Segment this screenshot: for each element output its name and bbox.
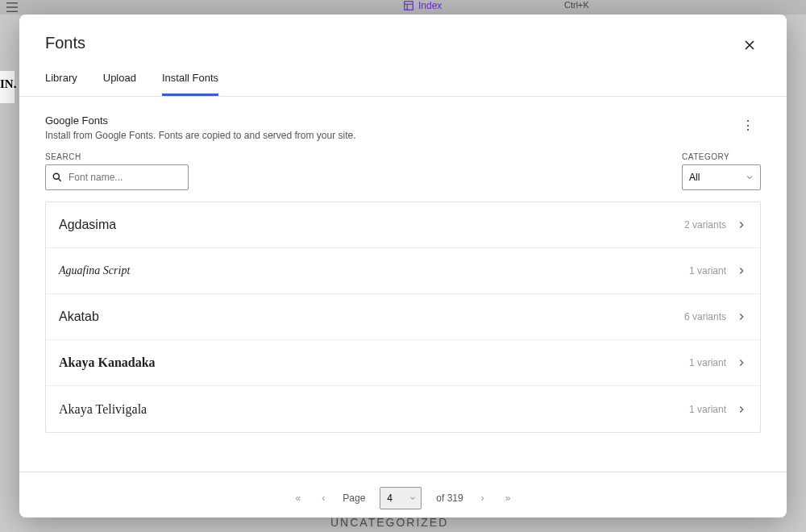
chevron-right-icon <box>736 404 747 415</box>
modal-title: Fonts <box>45 34 85 52</box>
font-list: Agdasima 2 variants Aguafina Script 1 va… <box>45 202 761 433</box>
tab-upload[interactable]: Upload <box>103 65 136 96</box>
font-name: Akaya Kanadaka <box>59 355 156 370</box>
variants-count: 1 variant <box>689 357 726 368</box>
variants-count: 2 variants <box>684 219 726 231</box>
tab-library[interactable]: Library <box>45 65 77 96</box>
font-name: Akaya Telivigala <box>59 402 147 417</box>
close-button[interactable] <box>738 34 761 59</box>
variants-count: 6 variants <box>684 311 726 322</box>
search-label: SEARCH <box>45 152 189 161</box>
fonts-modal: Fonts Library Upload Install Fonts Googl… <box>19 15 787 517</box>
font-name: Akatab <box>59 310 99 324</box>
svg-point-3 <box>53 173 59 179</box>
pager-of-label: of 319 <box>436 493 463 504</box>
font-row[interactable]: Aguafina Script 1 variant <box>46 248 760 294</box>
svg-rect-0 <box>405 2 413 10</box>
chevron-right-icon <box>736 357 747 368</box>
category-label: CATEGORY <box>682 152 761 161</box>
font-name: Agdasima <box>59 218 116 232</box>
search-input[interactable] <box>45 164 189 190</box>
chevron-right-icon <box>736 265 747 276</box>
provider-menu-button[interactable]: ⋮ <box>735 114 761 136</box>
pager: « ‹ Page 4 of 319 › » <box>19 472 787 517</box>
pager-page-label: Page <box>343 493 365 504</box>
font-row[interactable]: Agdasima 2 variants <box>46 202 760 248</box>
provider-block: Google Fonts Install from Google Fonts. … <box>45 114 356 141</box>
bg-left-fragment: IN. <box>0 71 15 103</box>
variants-count: 1 variant <box>689 265 726 276</box>
font-name: Aguafina Script <box>59 264 130 277</box>
provider-title: Google Fonts <box>45 114 356 127</box>
variants-count: 1 variant <box>689 404 726 415</box>
font-row[interactable]: Akaya Kanadaka 1 variant <box>46 340 760 386</box>
pager-next[interactable]: › <box>478 489 488 507</box>
close-icon <box>742 37 758 53</box>
category-select[interactable]: All <box>682 164 761 190</box>
tabs: Library Upload Install Fonts <box>19 65 787 97</box>
pager-prev[interactable]: ‹ <box>318 489 328 507</box>
pager-page-select[interactable]: 4 <box>380 487 422 509</box>
chevron-right-icon <box>736 219 747 231</box>
chevron-right-icon <box>736 311 747 322</box>
kebab-icon: ⋮ <box>742 118 754 132</box>
pager-last[interactable]: » <box>502 489 514 507</box>
pager-first[interactable]: « <box>293 489 305 507</box>
font-row[interactable]: Akaya Telivigala 1 variant <box>46 386 760 432</box>
bg-uncategorized: UNCATEGORIZED <box>330 516 448 529</box>
search-icon <box>52 172 63 183</box>
provider-desc: Install from Google Fonts. Fonts are cop… <box>45 130 356 141</box>
tab-install-fonts[interactable]: Install Fonts <box>162 65 218 96</box>
font-row[interactable]: Akatab 6 variants <box>46 294 760 340</box>
bg-shortcut: Ctrl+K <box>564 0 589 10</box>
bg-index-link: Index <box>403 0 442 11</box>
